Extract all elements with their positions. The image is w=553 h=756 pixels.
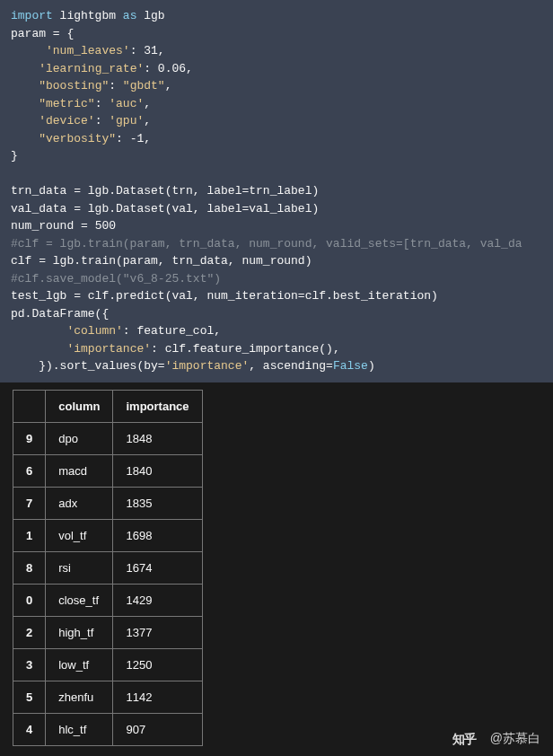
row-column: macd (46, 454, 113, 487)
row-column: zhenfu (46, 681, 113, 713)
row-importance: 907 (113, 713, 202, 745)
row-index: 2 (13, 616, 46, 648)
table-row: 3low_tf1250 (13, 648, 203, 681)
table-row: 7adx1835 (13, 487, 203, 519)
row-importance: 1698 (113, 519, 202, 551)
table-row: 2high_tf1377 (13, 616, 203, 648)
row-column: close_tf (46, 584, 113, 616)
row-importance: 1142 (113, 681, 202, 713)
header-importance: importance (113, 390, 202, 422)
row-index: 7 (13, 487, 46, 519)
row-index: 5 (13, 681, 46, 713)
header-index (13, 390, 46, 422)
table-row: 5zhenfu1142 (13, 681, 203, 713)
table-row: 9dpo1848 (13, 422, 203, 454)
row-column: dpo (46, 422, 113, 454)
code-block: import lightgbm as lgb param = { 'num_le… (0, 0, 553, 382)
feature-importance-table: column importance 9dpo18486macd18407adx1… (13, 390, 203, 746)
row-index: 8 (13, 551, 46, 584)
zhihu-logo: 知乎 (452, 732, 485, 746)
row-index: 4 (13, 713, 46, 745)
row-importance: 1674 (113, 551, 202, 584)
row-importance: 1250 (113, 648, 202, 681)
watermark-author: @苏慕白 (490, 731, 540, 747)
table-row: 4hlc_tf907 (13, 713, 203, 745)
row-importance: 1848 (113, 422, 202, 454)
table-row: 6macd1840 (13, 454, 203, 487)
row-index: 6 (13, 454, 46, 487)
row-column: vol_tf (46, 519, 113, 551)
feature-importance-table-wrap: column importance 9dpo18486macd18407adx1… (0, 382, 553, 753)
row-column: low_tf (46, 648, 113, 681)
row-index: 3 (13, 648, 46, 681)
row-column: hlc_tf (46, 713, 113, 745)
table-row: 0close_tf1429 (13, 584, 203, 616)
watermark: 知乎 @苏慕白 (452, 731, 540, 747)
header-column: column (46, 390, 113, 422)
row-column: rsi (46, 551, 113, 584)
table-row: 8rsi1674 (13, 551, 203, 584)
row-index: 1 (13, 519, 46, 551)
row-importance: 1840 (113, 454, 202, 487)
row-column: high_tf (46, 616, 113, 648)
row-importance: 1429 (113, 584, 202, 616)
table-row: 1vol_tf1698 (13, 519, 203, 551)
row-importance: 1835 (113, 487, 202, 519)
row-index: 9 (13, 422, 46, 454)
row-importance: 1377 (113, 616, 202, 648)
row-index: 0 (13, 584, 46, 616)
row-column: adx (46, 487, 113, 519)
